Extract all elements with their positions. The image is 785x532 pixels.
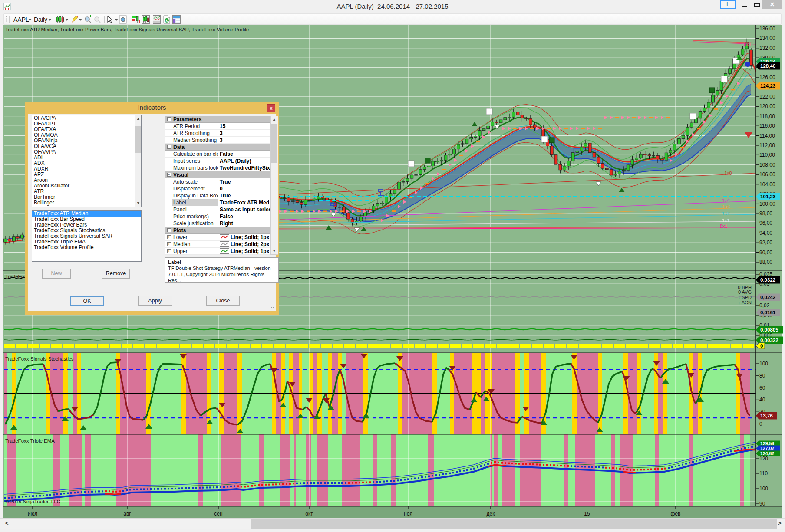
svg-text:0,0161: 0,0161 (760, 310, 776, 315)
svg-text:0,0242: 0,0242 (760, 295, 775, 300)
svg-text:100: 100 (759, 361, 768, 367)
svg-text:авг: авг (123, 511, 131, 517)
svg-text:↓ SPD: ↓ SPD (738, 295, 752, 300)
svg-text:94,00: 94,00 (759, 230, 772, 236)
svg-text:100,00: 100,00 (759, 201, 775, 207)
svg-text:136,00: 136,00 (759, 26, 775, 32)
svg-text:© 2015 NinjaTrader, LLC: © 2015 NinjaTrader, LLC (5, 499, 60, 504)
svg-text:$: $ (165, 19, 168, 23)
svg-text:124,62: 124,62 (760, 451, 774, 456)
svg-text:TradeFoxx Signals Stochastics: TradeFoxx Signals Stochastics (5, 356, 74, 361)
svg-text:120: 120 (759, 456, 768, 462)
svg-text:13,76: 13,76 (760, 413, 773, 418)
svg-text:134,00: 134,00 (759, 35, 775, 41)
svg-text:0 AVG: 0 AVG (738, 289, 752, 295)
svg-text:106,00: 106,00 (759, 171, 775, 177)
svg-text:116,00: 116,00 (759, 123, 775, 129)
svg-text:127,02: 127,02 (760, 446, 774, 451)
svg-text:1x2: 1x2 (722, 211, 730, 216)
svg-text:40: 40 (759, 397, 765, 403)
svg-text:110,00: 110,00 (759, 152, 775, 158)
svg-text:0: 0 (760, 343, 763, 348)
svg-text:0: 0 (759, 421, 762, 427)
svg-text:окт: окт (305, 511, 313, 517)
svg-text:60: 60 (759, 385, 765, 391)
svg-text:132,00: 132,00 (759, 45, 775, 51)
svg-text:TradeFoxx ATR Median, TradeFox: TradeFoxx ATR Median, TradeFoxx Power Ba… (5, 27, 249, 32)
svg-text:ноя: ноя (404, 511, 412, 517)
svg-text:108,00: 108,00 (759, 162, 775, 168)
svg-text:90: 90 (759, 501, 765, 507)
svg-text:TradeFoxx Triple EMA: TradeFoxx Triple EMA (5, 438, 55, 443)
svg-text:0,02: 0,02 (759, 302, 770, 309)
svg-text:1x8: 1x8 (724, 171, 732, 176)
svg-text:114,00: 114,00 (759, 133, 775, 139)
svg-text:124,23: 124,23 (760, 83, 775, 89)
svg-text:101,23: 101,23 (760, 194, 775, 199)
svg-text:100: 100 (759, 486, 768, 492)
svg-text:8x1: 8x1 (744, 42, 752, 47)
svg-text:126,00: 126,00 (759, 74, 775, 80)
svg-text:112,00: 112,00 (759, 142, 775, 148)
svg-text:128,46: 128,46 (760, 63, 775, 69)
svg-text:98,00: 98,00 (759, 210, 772, 217)
svg-text:118,00: 118,00 (759, 113, 775, 119)
svg-text:110: 110 (759, 470, 768, 476)
svg-text:июл: июл (28, 511, 37, 517)
svg-text:92,00: 92,00 (759, 240, 772, 246)
svg-text:120,00: 120,00 (759, 103, 775, 109)
svg-text:90,00: 90,00 (759, 250, 772, 256)
svg-text:0,00805: 0,00805 (760, 327, 778, 332)
svg-text:↑ ACN: ↑ ACN (738, 300, 752, 305)
svg-text:фев: фев (671, 511, 681, 517)
svg-text:сен: сен (214, 511, 222, 517)
svg-text:1x1: 1x1 (722, 218, 730, 223)
svg-text:15: 15 (584, 511, 590, 517)
svg-text:1x3: 1x3 (722, 204, 730, 209)
svg-text:8x1: 8x1 (720, 223, 728, 229)
svg-text:104,00: 104,00 (759, 181, 775, 187)
svg-text:1x4: 1x4 (722, 198, 730, 203)
svg-text:122,00: 122,00 (759, 94, 775, 100)
svg-text:0,0322: 0,0322 (760, 277, 775, 282)
svg-text:дек: дек (487, 511, 495, 517)
svg-text:80: 80 (759, 373, 765, 379)
svg-text:0,00322: 0,00322 (760, 338, 778, 343)
svg-text:88,00: 88,00 (759, 259, 772, 265)
svg-text:96,00: 96,00 (759, 220, 772, 226)
